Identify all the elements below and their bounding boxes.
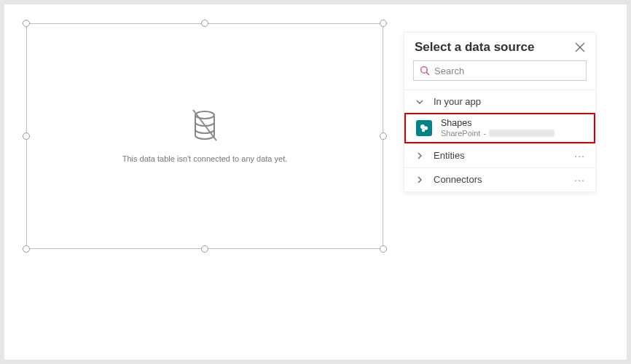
section-connectors[interactable]: Connectors ··· xyxy=(404,168,595,191)
sharepoint-icon xyxy=(416,120,432,136)
data-source-item-shapes[interactable]: Shapes SharePoint - xyxy=(404,113,595,143)
item-title: Shapes xyxy=(441,119,584,129)
section-in-your-app[interactable]: In your app xyxy=(404,90,595,113)
placeholder-message: This data table isn't connected to any d… xyxy=(122,154,288,163)
svg-line-1 xyxy=(193,110,216,141)
close-icon xyxy=(575,42,585,52)
section-entities[interactable]: Entities ··· xyxy=(404,144,595,167)
chevron-right-icon xyxy=(415,175,425,185)
search-box[interactable] xyxy=(413,60,587,81)
chevron-right-icon xyxy=(415,151,425,161)
more-button[interactable]: ··· xyxy=(574,174,585,186)
data-table-placeholder: This data table isn't connected to any d… xyxy=(26,23,383,249)
item-subtitle: SharePoint - xyxy=(441,129,584,138)
database-no-data-icon xyxy=(190,109,219,146)
search-input[interactable] xyxy=(434,66,580,76)
connector-name: SharePoint xyxy=(441,129,480,138)
section-label: Connectors xyxy=(434,174,565,185)
panel-title: Select a data source xyxy=(415,40,534,55)
search-icon xyxy=(420,66,430,76)
svg-line-5 xyxy=(426,72,429,75)
search-wrap xyxy=(404,58,595,90)
item-body: Shapes SharePoint - xyxy=(441,119,584,138)
more-button[interactable]: ··· xyxy=(574,150,585,162)
section-label: In your app xyxy=(434,96,481,107)
svg-point-4 xyxy=(421,67,428,74)
chevron-down-icon xyxy=(415,97,425,107)
data-source-panel: Select a data source In your app xyxy=(404,32,596,192)
section-label: Entities xyxy=(434,150,565,161)
svg-point-8 xyxy=(422,129,425,132)
close-button[interactable] xyxy=(573,41,587,54)
panel-header: Select a data source xyxy=(404,33,595,58)
data-table-control[interactable]: This data table isn't connected to any d… xyxy=(26,23,383,249)
redacted-account xyxy=(489,130,554,137)
